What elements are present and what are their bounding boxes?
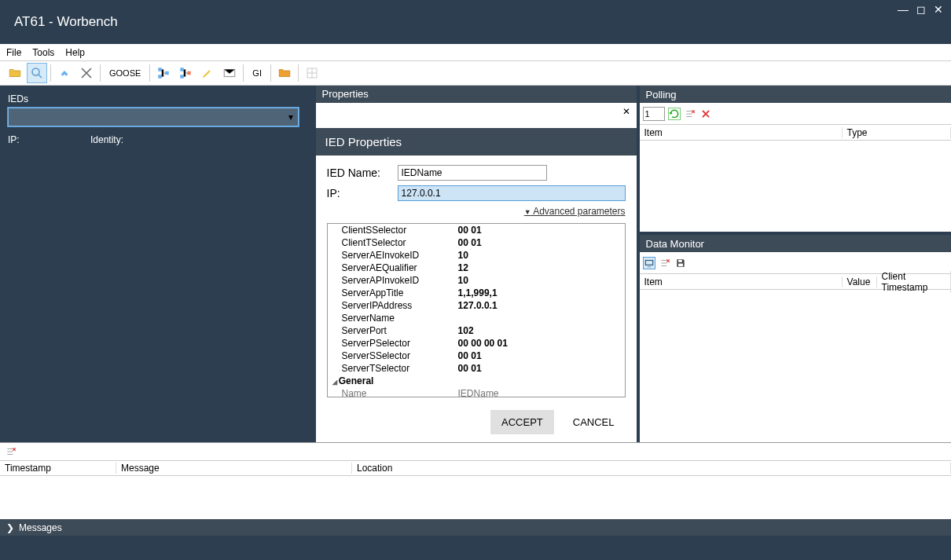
svg-rect-7 (188, 71, 192, 75)
property-row[interactable]: NameIEDName (328, 387, 625, 397)
property-row[interactable]: ServerTSelector00 01 (328, 362, 625, 375)
tree-add-button[interactable] (153, 63, 174, 83)
close-icon[interactable]: ✕ (934, 3, 943, 16)
property-row[interactable]: ClientTSelector00 01 (328, 236, 625, 249)
clear-list-icon[interactable] (684, 108, 696, 120)
advanced-parameters-link[interactable]: Advanced parameters (327, 206, 626, 217)
edit-button[interactable] (197, 63, 218, 83)
messages-toolbar (0, 443, 951, 460)
maximize-icon[interactable]: ◻ (916, 3, 926, 16)
open-folder-button[interactable] (5, 63, 25, 83)
mail-button[interactable] (219, 63, 240, 83)
search-button[interactable] (27, 63, 47, 83)
menu-tools[interactable]: Tools (32, 47, 54, 58)
connect-button[interactable] (54, 63, 75, 83)
polling-panel: Polling Item Type (640, 86, 951, 232)
tree-remove-button[interactable] (175, 63, 196, 83)
property-row[interactable]: ServerAppTitle1,1,999,1 (328, 287, 625, 299)
ied-properties-header: IED Properties (316, 128, 637, 156)
save-icon[interactable] (674, 257, 687, 269)
ip-input[interactable] (398, 185, 626, 201)
property-row[interactable]: ServerPSelector00 00 00 01 (328, 337, 625, 350)
data-monitor-header: Data Monitor (640, 235, 951, 252)
svg-rect-4 (166, 71, 170, 75)
messages-table-body (0, 476, 951, 519)
ieds-panel: IEDs ▾ IP: Identity: (0, 86, 316, 442)
svg-line-1 (39, 75, 42, 78)
ied-name-label: IED Name: (327, 167, 398, 179)
window-title: AT61 - Worbench (14, 14, 118, 30)
data-monitor-panel: Data Monitor Item Value Client Timestamp (640, 235, 951, 442)
cancel-button[interactable]: CANCEL (562, 410, 626, 434)
polling-header: Polling (640, 86, 951, 103)
minimize-icon[interactable]: — (898, 3, 909, 16)
property-row[interactable]: ServerAEInvokeID10 (328, 249, 625, 262)
gi-button[interactable]: GI (247, 63, 267, 83)
property-grid[interactable]: ClientSSelector00 01ClientTSelector00 01… (327, 223, 626, 397)
col-value[interactable]: Value (843, 276, 877, 287)
menu-file[interactable]: File (6, 47, 21, 58)
delete-icon[interactable] (699, 108, 712, 120)
titlebar: AT61 - Worbench — ◻ ✕ (0, 0, 951, 44)
data-monitor-table-body (640, 290, 951, 421)
clear-monitor-icon[interactable] (659, 257, 671, 269)
property-row[interactable]: ServerName (328, 312, 625, 324)
monitor-mode-icon[interactable] (643, 257, 655, 269)
properties-title: Properties (322, 88, 369, 100)
property-row[interactable]: ServerSSelector00 01 (328, 350, 625, 362)
ied-name-input[interactable] (398, 165, 547, 181)
toolbar: GOOSE GI (0, 61, 951, 86)
property-row[interactable]: ServerAEQualifier12 (328, 262, 625, 274)
identity-label: Identity: (90, 134, 123, 145)
polling-table-body (640, 141, 951, 230)
window-controls: — ◻ ✕ (898, 3, 943, 16)
svg-rect-5 (181, 68, 185, 71)
settings-button[interactable] (76, 63, 97, 83)
svg-rect-14 (678, 263, 683, 266)
polling-table-header: Item Type (640, 125, 951, 141)
properties-panel: Properties ✕ IED Properties IED Name: IP… (316, 86, 637, 442)
col-item[interactable]: Item (640, 276, 843, 287)
polling-toolbar (640, 103, 951, 125)
messages-panel: Timestamp Message Location (0, 442, 951, 519)
svg-rect-6 (181, 75, 185, 79)
ieds-dropdown[interactable]: ▾ (8, 108, 299, 126)
ieds-label: IEDs (8, 93, 308, 104)
property-category[interactable]: General (328, 375, 625, 387)
property-row[interactable]: ServerAPInvokeID10 (328, 274, 625, 287)
poll-count-input[interactable] (643, 107, 665, 121)
polling-title: Polling (646, 89, 677, 101)
col-message[interactable]: Message (116, 463, 352, 474)
ip-label: IP: (8, 134, 90, 145)
chevron-down-icon: ▾ (288, 112, 293, 123)
property-row[interactable]: ServerPort102 (328, 324, 625, 337)
goose-button[interactable]: GOOSE (104, 63, 146, 83)
col-location[interactable]: Location (352, 463, 951, 474)
svg-rect-13 (678, 259, 682, 262)
col-type[interactable]: Type (843, 127, 951, 138)
svg-rect-2 (159, 68, 163, 71)
folder-button[interactable] (274, 63, 295, 83)
refresh-icon[interactable] (668, 108, 681, 120)
grid-button[interactable] (302, 63, 322, 83)
clear-messages-icon[interactable] (5, 445, 17, 458)
col-item[interactable]: Item (640, 127, 843, 138)
right-panels: Polling Item Type Da (640, 86, 951, 442)
svg-rect-12 (645, 260, 652, 265)
accept-button[interactable]: ACCEPT (490, 410, 554, 434)
menu-help[interactable]: Help (65, 47, 85, 58)
data-monitor-title: Data Monitor (646, 238, 704, 250)
menubar: File Tools Help (0, 44, 951, 61)
col-timestamp[interactable]: Timestamp (0, 463, 116, 474)
property-row[interactable]: ClientSSelector00 01 (328, 224, 625, 236)
ied-info-row: IP: Identity: (8, 134, 308, 145)
data-monitor-table-header: Item Value Client Timestamp (640, 274, 951, 290)
close-properties-icon[interactable]: ✕ (622, 106, 630, 117)
ip-label: IP: (327, 187, 398, 199)
svg-rect-3 (159, 75, 163, 79)
property-row[interactable]: ServerIPAddress127.0.0.1 (328, 299, 625, 312)
properties-header: Properties (316, 86, 637, 103)
footer[interactable]: ❯ Messages (0, 519, 951, 536)
chevron-right-icon: ❯ (6, 522, 14, 533)
messages-table-header: Timestamp Message Location (0, 460, 951, 476)
